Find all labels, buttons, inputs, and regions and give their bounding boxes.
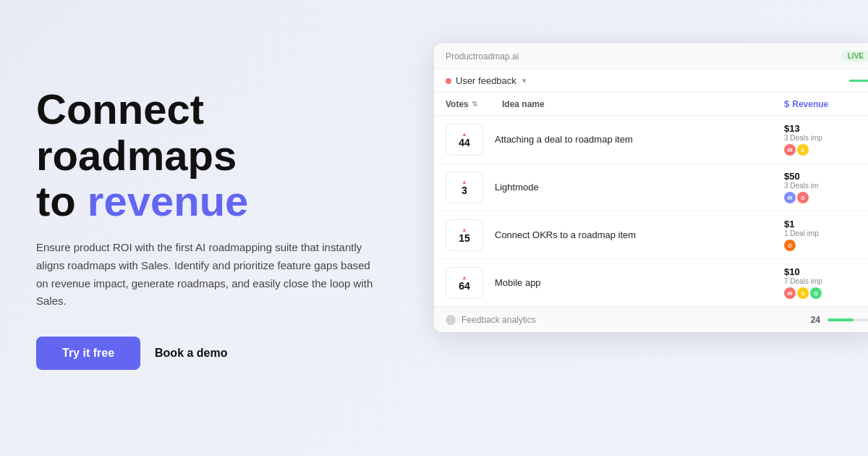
idea-name: Attaching a deal to roadmap item bbox=[483, 134, 784, 145]
avatar: G bbox=[797, 192, 809, 203]
idea-name: Lightmode bbox=[483, 182, 784, 193]
deals-text: 3 Deals imp bbox=[784, 134, 868, 142]
table-row: ▲ 3 Lightmode $50 3 Deals im IRG bbox=[434, 164, 868, 211]
heading-line2: to bbox=[36, 177, 88, 224]
avatar-row: O bbox=[784, 240, 868, 251]
heading-revenue: revenue bbox=[88, 177, 248, 224]
avatar: S bbox=[797, 287, 809, 299]
revenue-amount: $50 bbox=[784, 171, 868, 182]
table-header-row: Votes ⇅ Idea name $ Revenue bbox=[434, 93, 868, 116]
idea-name: Mobile app bbox=[483, 277, 784, 288]
avatar: IR bbox=[784, 192, 796, 203]
revenue-cell: $50 3 Deals im IRG bbox=[784, 171, 868, 203]
footer-number: 24 bbox=[811, 315, 820, 325]
table-row: ▲ 44 Attaching a deal to roadmap item $1… bbox=[434, 116, 868, 164]
avatar: G bbox=[797, 144, 809, 156]
hero-section: Connect roadmaps to revenue Ensure produ… bbox=[0, 86, 420, 370]
footer-icon bbox=[446, 315, 456, 325]
revenue-amount: $13 bbox=[784, 123, 868, 134]
col-idea-header: Idea name bbox=[496, 99, 784, 109]
mockup-footer: Feedback analytics 24 bbox=[434, 307, 868, 332]
avatar-row: IRG bbox=[784, 144, 868, 156]
book-demo-button[interactable]: Book a demo bbox=[155, 347, 227, 360]
table-row: ▲ 64 Mobile app $10 7 Deals imp IRSG bbox=[434, 259, 868, 307]
try-it-free-button[interactable]: Try it free bbox=[36, 337, 140, 370]
revenue-cell: $1 1 Deal imp O bbox=[784, 219, 868, 251]
hero-right: Productroadmap.ai LIVE User feedback ▾ V… bbox=[420, 0, 868, 456]
deals-text: 3 Deals im bbox=[784, 182, 868, 190]
deals-text: 7 Deals imp bbox=[784, 277, 868, 285]
mockup-subheader: User feedback ▾ bbox=[434, 69, 868, 93]
avatar-row: IRG bbox=[784, 192, 868, 203]
col-votes-header: Votes ⇅ bbox=[446, 99, 496, 109]
vote-count: 15 bbox=[459, 233, 470, 243]
feedback-label: User feedback bbox=[456, 75, 516, 86]
deals-text: 1 Deal imp bbox=[784, 229, 868, 237]
mockup-brand: Productroadmap.ai bbox=[446, 51, 519, 62]
vote-count: 64 bbox=[459, 281, 470, 291]
vote-box: ▲ 15 bbox=[446, 219, 483, 251]
revenue-cell: $13 3 Deals imp IRG bbox=[784, 123, 868, 156]
avatar: O bbox=[784, 240, 796, 251]
hero-heading: Connect roadmaps to revenue bbox=[36, 86, 383, 224]
footer-bar-track bbox=[827, 318, 868, 321]
idea-name: Connect OKRs to a roadmap item bbox=[483, 229, 784, 240]
hero-subtext: Ensure product ROI with the first AI roa… bbox=[36, 239, 383, 311]
col-revenue-header: $ Revenue bbox=[784, 98, 868, 109]
mockup-table: Votes ⇅ Idea name $ Revenue ▲ 44 Attachi… bbox=[434, 93, 868, 307]
footer-label: Feedback analytics bbox=[461, 315, 536, 325]
table-row: ▲ 15 Connect OKRs to a roadmap item $1 1… bbox=[434, 211, 868, 259]
vote-box: ▲ 64 bbox=[446, 267, 483, 299]
vote-box: ▲ 44 bbox=[446, 124, 483, 156]
avatar: IR bbox=[784, 144, 796, 156]
mockup-header: Productroadmap.ai LIVE bbox=[434, 43, 868, 69]
revenue-amount: $1 bbox=[784, 219, 868, 229]
chevron-down-icon: ▾ bbox=[522, 76, 527, 85]
green-bar bbox=[849, 80, 868, 82]
vote-count: 3 bbox=[461, 185, 467, 195]
vote-count: 44 bbox=[459, 138, 470, 148]
feedback-dot-icon bbox=[446, 78, 451, 84]
dollar-icon: $ bbox=[784, 98, 789, 109]
hero-buttons: Try it free Book a demo bbox=[36, 337, 383, 370]
footer-bar-fill bbox=[827, 318, 854, 321]
heading-line1: Connect roadmaps bbox=[36, 85, 237, 179]
mockup-status-pill: LIVE bbox=[841, 51, 868, 62]
vote-box: ▲ 3 bbox=[446, 172, 483, 203]
avatar-row: IRSG bbox=[784, 287, 868, 299]
avatar: IR bbox=[784, 287, 796, 299]
revenue-cell: $10 7 Deals imp IRSG bbox=[784, 266, 868, 299]
revenue-amount: $10 bbox=[784, 266, 868, 277]
avatar: G bbox=[810, 287, 822, 299]
table-body: ▲ 44 Attaching a deal to roadmap item $1… bbox=[434, 116, 868, 307]
sort-icon: ⇅ bbox=[472, 100, 477, 108]
ui-mockup: Productroadmap.ai LIVE User feedback ▾ V… bbox=[434, 43, 868, 332]
